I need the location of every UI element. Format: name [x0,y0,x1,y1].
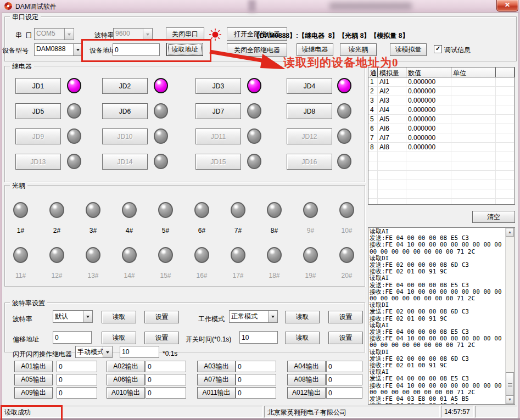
relay-button-jd9[interactable]: JD9 [15,128,61,144]
dropdown-arrow-icon [268,311,277,322]
baud-setting-value: 默认 [53,311,83,322]
output-button-a012输出[interactable]: A012输出 [287,387,326,399]
annotation-note-text: 读取到的设备地址为0 [283,55,399,70]
table-row [368,152,515,161]
output-value-input-9[interactable] [57,387,97,399]
output-value-input-4[interactable] [326,361,362,372]
output-button-a05输出[interactable]: A05输出 [14,374,53,385]
flash-mode-select[interactable]: 手动模式 [75,346,113,358]
relay-button-jd12[interactable]: JD12 [287,128,332,144]
com-port-select[interactable]: COM5 [34,28,74,40]
dropdown-arrow-icon [64,29,74,40]
table-cell [496,115,515,124]
analog-table-header-cell[interactable]: 数值 [406,68,451,77]
scrollbar-thumb[interactable] [506,372,514,397]
relay-button-jd6[interactable]: JD6 [102,103,148,119]
relay-button-jd8[interactable]: JD8 [287,103,332,119]
offset-read-button[interactable]: 读取 [102,332,136,344]
work-mode-read-button[interactable]: 读取 [285,311,320,323]
output-button-a02输出[interactable]: A02输出 [107,361,145,372]
relay-button-jd16[interactable]: JD16 [287,154,332,170]
baud-set-button[interactable]: 设置 [144,311,179,323]
table-cell: AI1 [378,77,406,87]
table-cell [406,171,451,180]
output-value-input-10[interactable] [146,387,186,399]
table-row[interactable]: 6AI60.000000 [368,124,515,133]
opto-label-2: 2# [42,227,71,234]
output-button-a04输出[interactable]: A04输出 [287,361,326,372]
switch-time-input[interactable] [239,331,278,344]
analog-table-header-cell[interactable] [496,68,515,77]
scroll-up-icon[interactable]: ▲ [506,228,514,237]
table-row[interactable]: 8AI80.000000 [368,143,515,152]
output-button-a010输出[interactable]: A010输出 [107,387,145,399]
relay-button-jd1[interactable]: JD1 [15,78,61,94]
output-button-a011输出[interactable]: A011输出 [197,387,236,399]
output-value-input-8[interactable] [326,374,362,385]
output-value-input-1[interactable] [57,361,97,372]
baud-setting-select[interactable]: 默认 [53,310,93,323]
table-row[interactable]: 2AI20.000000 [368,87,515,96]
output-button-a01输出[interactable]: A01输出 [14,361,53,372]
read-analog-button[interactable]: 读模拟量 [390,43,427,56]
table-cell: AI5 [378,115,406,124]
work-mode-select[interactable]: 正常模式 [229,310,278,323]
table-row[interactable]: 7AI70.000000 [368,133,515,143]
relay-led-3 [247,78,261,93]
relay-button-jd4[interactable]: JD4 [287,78,332,94]
offset-address-input[interactable] [53,331,92,344]
analog-table-header-cell[interactable]: 单位 [451,68,496,77]
relay-button-jd13[interactable]: JD13 [15,154,61,170]
output-button-a06输出[interactable]: A06输出 [107,374,145,385]
relay-button-jd5[interactable]: JD5 [15,103,61,119]
table-cell [496,143,515,152]
output-button-a07输出[interactable]: A07输出 [197,374,236,385]
relay-button-jd11[interactable]: JD11 [195,128,241,144]
close-button[interactable]: ✕ [496,0,518,12]
output-button-a09输出[interactable]: A09输出 [14,387,53,399]
log-scrollbar[interactable]: ▲ ▼ [505,228,515,404]
relay-button-jd7[interactable]: JD7 [195,103,241,119]
clear-log-button[interactable]: 清空 [472,211,515,223]
output-value-input-7[interactable] [236,374,276,385]
debug-info-checkbox[interactable]: ✓ [434,45,442,53]
output-value-input-11[interactable] [236,387,276,399]
opto-label-18: 18# [260,272,289,279]
table-row[interactable]: 3AI30.000000 [368,96,515,105]
table-row[interactable]: 4AI40.000000 [368,105,515,115]
relay-button-jd3[interactable]: JD3 [195,78,241,94]
relay-button-jd10[interactable]: JD10 [102,128,148,144]
relay-button-jd15[interactable]: JD15 [195,154,241,170]
opto-label-20: 20# [332,272,361,279]
baud-rate-select[interactable]: 9600 [113,28,153,40]
opto-label-3: 3# [79,227,108,234]
opto-label-16: 16# [187,272,216,279]
output-button-a03输出[interactable]: A03输出 [197,361,236,372]
work-mode-set-button[interactable]: 设置 [328,311,363,323]
scroll-down-icon[interactable]: ▼ [506,395,514,404]
offset-set-button[interactable]: 设置 [144,332,179,344]
flash-time-unit-label: *0.1s [163,350,177,357]
baud-read-button[interactable]: 读取 [102,311,136,323]
table-row[interactable]: 5AI50.000000 [368,115,515,124]
table-cell [496,161,515,171]
read-opto-button[interactable]: 读光耦 [340,43,377,56]
output-value-input-3[interactable] [236,361,276,372]
device-model-select[interactable]: DAM0888 [34,43,83,56]
output-value-input-5[interactable] [57,374,97,385]
table-row[interactable]: 1AI10.000000 [368,77,515,87]
output-button-a08输出[interactable]: A08输出 [287,374,326,385]
debug-log[interactable]: 读取AI 发送:FE 04 00 00 00 08 E5 C3 接收:FE 04… [368,227,515,405]
output-value-input-12[interactable] [326,387,362,399]
output-value-input-6[interactable] [146,374,186,385]
switch-time-read-button[interactable]: 读取 [285,332,320,344]
relay-button-jd14[interactable]: JD14 [102,154,148,170]
time-text: 14:57:57 [444,408,470,416]
read-relays-button[interactable]: 读继电器 [297,43,333,56]
relay-button-jd2[interactable]: JD2 [102,78,148,94]
switch-time-set-button[interactable]: 设置 [328,332,363,344]
output-value-input-2[interactable] [146,361,186,372]
relay-led-2 [154,78,168,93]
flash-time-input[interactable] [120,346,159,358]
time-pane: 14:57:57 [441,406,474,418]
